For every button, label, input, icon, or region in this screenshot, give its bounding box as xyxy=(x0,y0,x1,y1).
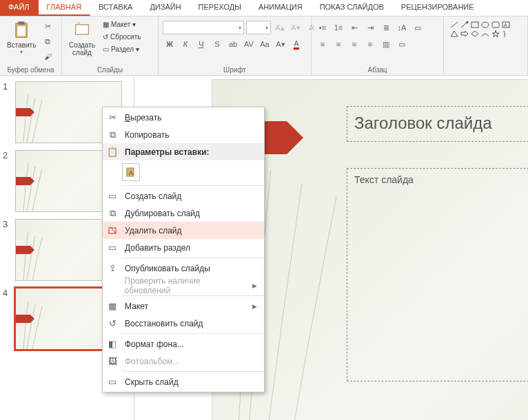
bullets-button[interactable]: •≡ xyxy=(316,21,329,34)
decrease-font-button[interactable]: A▾ xyxy=(289,21,303,34)
thumb-num: 1 xyxy=(3,81,11,143)
text-direction-button[interactable]: ↕A xyxy=(395,21,409,34)
group-font: A▴ A▾ A̷ Ж К Ч S ab AV Aa A▾ A Шрифт xyxy=(159,17,312,75)
ctx-restore-slide[interactable]: ↺Восстановить слайд xyxy=(103,315,264,332)
line-spacing-button[interactable]: ≣ xyxy=(379,21,393,34)
ctx-delete-slide[interactable]: Удалить слайд xyxy=(103,222,264,239)
svg-marker-16 xyxy=(492,30,499,37)
tab-design[interactable]: ДИЗАЙН xyxy=(141,0,190,16)
section-button[interactable]: ▭ Раздел ▾ xyxy=(100,44,143,54)
group-label-font: Шрифт xyxy=(161,65,308,75)
align-text-button[interactable]: ▭ xyxy=(411,21,425,34)
tab-animation[interactable]: АНИМАЦИЯ xyxy=(250,0,312,16)
paste-button[interactable]: Вставить ▾ xyxy=(4,19,39,56)
justify-button[interactable]: ≡ xyxy=(363,37,377,51)
shape-rect[interactable] xyxy=(470,21,480,29)
shape-rrect[interactable] xyxy=(491,21,500,29)
increase-font-button[interactable]: A▴ xyxy=(273,21,287,34)
shape-line[interactable] xyxy=(449,21,459,29)
shape-text[interactable]: A xyxy=(501,21,511,29)
group-clipboard: Вставить ▾ ✂ ⧉ 🖌 Буфер обмена xyxy=(0,17,62,75)
font-color-button[interactable]: A xyxy=(290,37,303,51)
cut-button[interactable]: ✂ xyxy=(41,19,54,33)
ctx-paste-options: A xyxy=(103,160,264,184)
copy-button[interactable]: ⧉ xyxy=(41,34,54,48)
new-slide-icon: ▭ xyxy=(107,191,118,202)
shape-oval[interactable] xyxy=(480,21,490,29)
shape-star[interactable] xyxy=(491,30,500,38)
shape-triangle[interactable] xyxy=(449,30,459,38)
new-slide-label: Создать слайд xyxy=(69,41,95,56)
delete-icon xyxy=(107,225,118,236)
shape-arrowr[interactable] xyxy=(460,30,469,38)
layout-icon: ▦ xyxy=(107,301,118,312)
ctx-duplicate-slide[interactable]: ⧉Дублировать слайд xyxy=(103,204,264,222)
clipboard-icon xyxy=(12,21,31,40)
thumb-num: 2 xyxy=(3,150,11,212)
shape-brace[interactable]: } xyxy=(501,30,511,38)
numbering-button[interactable]: 1≡ xyxy=(332,21,345,34)
slide-body-text: Текст слайда xyxy=(354,174,528,185)
tab-slideshow[interactable]: ПОКАЗ СЛАЙДОВ xyxy=(312,0,393,16)
align-left-button[interactable]: ≡ xyxy=(316,37,329,51)
tab-file[interactable]: ФАЙЛ xyxy=(0,0,39,16)
slide-body-placeholder[interactable]: Текст слайда xyxy=(347,168,528,381)
ctx-new-slide[interactable]: ▭Создать слайд xyxy=(103,187,264,204)
ctx-publish-slides[interactable]: ⇪Опубликовать слайды xyxy=(103,260,264,277)
align-center-button[interactable]: ≡ xyxy=(332,37,345,51)
ctx-photo-album: 🖼Фотоальбом... xyxy=(103,353,264,370)
svg-text:A: A xyxy=(129,169,133,176)
svg-marker-15 xyxy=(471,31,478,36)
slide-title-placeholder[interactable]: Заголовок слайда xyxy=(347,106,528,142)
tab-home[interactable]: ГЛАВНАЯ xyxy=(39,0,90,16)
strike-button[interactable]: S xyxy=(210,37,224,51)
ctx-copy[interactable]: ⧉Копировать xyxy=(103,126,264,143)
tab-insert[interactable]: ВСТАВКА xyxy=(90,0,141,16)
underline-button[interactable]: Ч xyxy=(194,37,208,51)
photoalbum-icon: 🖼 xyxy=(107,356,118,367)
background-icon: ◧ xyxy=(107,339,118,350)
tab-transitions[interactable]: ПЕРЕХОДЫ xyxy=(190,0,250,16)
duplicate-icon: ⧉ xyxy=(107,208,118,219)
indent-inc-button[interactable]: ⇥ xyxy=(363,21,377,34)
thumb-num: 3 xyxy=(3,219,11,281)
ribbon: Вставить ▾ ✂ ⧉ 🖌 Буфер обмена Создать сл… xyxy=(0,17,528,76)
font-family-combo[interactable] xyxy=(163,21,244,34)
reset-button[interactable]: ↺ Сбросить xyxy=(100,32,143,42)
indent-dec-button[interactable]: ⇤ xyxy=(347,21,361,34)
scissors-icon: ✂ xyxy=(107,112,118,123)
svg-rect-8 xyxy=(471,22,478,28)
ctx-layout[interactable]: ▦Макет▶ xyxy=(103,297,264,315)
italic-button[interactable]: К xyxy=(179,37,192,51)
ctx-format-background[interactable]: ◧Формат фона... xyxy=(103,335,264,353)
ctx-cut[interactable]: ✂Вырезать xyxy=(103,109,264,126)
ctx-add-section[interactable]: ▭Добавить раздел xyxy=(103,239,264,256)
format-painter-button[interactable]: 🖌 xyxy=(41,50,54,63)
svg-rect-2 xyxy=(17,26,26,36)
tab-review[interactable]: РЕЦЕНЗИРОВАНИЕ xyxy=(393,0,483,16)
group-drawing: A } xyxy=(444,17,528,75)
clipboard-icon: 📋 xyxy=(107,147,118,158)
group-paragraph: •≡ 1≡ ⇤ ⇥ ≣ ↕A ▭ ≡ ≡ ≡ ≡ ▥ ▭ Абзац xyxy=(312,17,444,75)
paste-keep-text-button[interactable]: A xyxy=(122,163,140,181)
group-slides: Создать слайд ▦ Макет ▾ ↺ Сбросить ▭ Раз… xyxy=(62,17,159,75)
columns-button[interactable]: ▥ xyxy=(379,37,393,51)
spacing-button[interactable]: AV xyxy=(242,37,256,51)
case-button[interactable]: Aa xyxy=(258,37,272,51)
shape-conn[interactable] xyxy=(480,30,490,38)
shapes-gallery[interactable]: A } xyxy=(448,19,521,39)
shadow-button[interactable]: ab xyxy=(226,37,240,51)
paste-label: Вставить xyxy=(7,41,36,49)
align-right-button[interactable]: ≡ xyxy=(347,37,361,51)
highlight-button[interactable]: A▾ xyxy=(274,37,287,51)
font-size-combo[interactable] xyxy=(246,21,271,34)
group-label-clipboard: Буфер обмена xyxy=(3,65,59,75)
layout-button[interactable]: ▦ Макет ▾ xyxy=(100,19,143,30)
ctx-hide-slide[interactable]: ▭Скрыть слайд xyxy=(103,373,264,390)
new-slide-button[interactable]: Создать слайд xyxy=(66,19,98,58)
shape-arrow[interactable] xyxy=(460,21,469,29)
shape-diamond[interactable] xyxy=(470,30,480,38)
bold-button[interactable]: Ж xyxy=(163,37,176,51)
smartart-button[interactable]: ▭ xyxy=(395,37,409,51)
group-label-drawing xyxy=(447,72,525,75)
